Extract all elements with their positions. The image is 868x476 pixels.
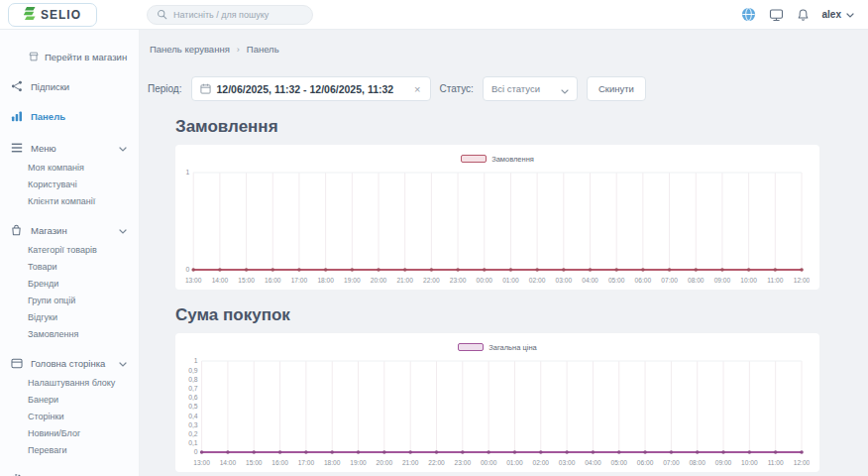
sidebar-subitem[interactable]: Категорії товарів bbox=[0, 241, 139, 258]
user-menu[interactable]: alex bbox=[822, 9, 854, 20]
sidebar-subitem[interactable]: Сторінки bbox=[0, 408, 139, 424]
purchase-sum-section-title: Сума покупок bbox=[175, 305, 832, 325]
sidebar-subitem[interactable]: Користувачі bbox=[0, 176, 139, 192]
svg-text:01:00: 01:00 bbox=[506, 459, 523, 466]
sidebar-subitem[interactable]: Замовлення bbox=[0, 325, 139, 342]
status-label: Статус: bbox=[440, 83, 474, 94]
legend-label: Загальна ціна bbox=[488, 343, 536, 352]
svg-text:12:00: 12:00 bbox=[794, 459, 810, 466]
svg-text:14:00: 14:00 bbox=[220, 459, 237, 466]
sidebar-subitem[interactable]: Бренди bbox=[0, 275, 139, 292]
svg-text:08:00: 08:00 bbox=[688, 277, 705, 284]
svg-text:06:00: 06:00 bbox=[637, 459, 654, 466]
header-actions: alex bbox=[741, 7, 868, 22]
svg-text:0,9: 0,9 bbox=[188, 367, 198, 374]
svg-text:05:00: 05:00 bbox=[608, 277, 625, 284]
svg-text:17:00: 17:00 bbox=[291, 277, 308, 284]
sidebar-subitem[interactable]: Відгуки bbox=[0, 308, 139, 325]
status-selected-value: Всі статуси bbox=[491, 83, 561, 94]
sidebar-item-store[interactable]: Магазин bbox=[0, 219, 139, 241]
reset-filters-button[interactable]: Скинути bbox=[587, 76, 646, 101]
svg-text:00:00: 00:00 bbox=[476, 277, 492, 284]
svg-text:20:00: 20:00 bbox=[377, 459, 393, 466]
monitor-icon[interactable] bbox=[769, 8, 784, 22]
svg-text:02:00: 02:00 bbox=[529, 277, 546, 284]
svg-text:18:00: 18:00 bbox=[317, 277, 334, 284]
app-window: SELIO alex bbox=[0, 0, 868, 476]
svg-text:22:00: 22:00 bbox=[423, 277, 440, 284]
svg-text:0: 0 bbox=[185, 266, 189, 273]
sidebar-item-label: Панель bbox=[31, 111, 127, 122]
svg-text:12:00: 12:00 bbox=[794, 277, 810, 284]
svg-text:16:00: 16:00 bbox=[271, 459, 288, 466]
svg-text:16:00: 16:00 bbox=[265, 277, 281, 284]
sidebar-subitem[interactable]: Клієнти компанії bbox=[0, 192, 139, 209]
svg-text:0,8: 0,8 bbox=[188, 376, 198, 383]
svg-text:06:00: 06:00 bbox=[635, 277, 652, 284]
dashboard-icon bbox=[10, 110, 23, 122]
sidebar-item-label: Головна сторінка bbox=[31, 358, 111, 369]
sidebar-item-settings[interactable]: Налаштування bbox=[0, 468, 139, 476]
legend-swatch bbox=[461, 155, 487, 163]
sidebar-item-homepage[interactable]: Головна сторінка bbox=[0, 352, 139, 374]
status-select[interactable]: Всі статуси bbox=[483, 76, 578, 101]
svg-text:11:00: 11:00 bbox=[768, 459, 784, 466]
sidebar-subitem[interactable]: Переваги bbox=[0, 441, 139, 458]
purchase-sum-section: Сума покупок Загальна ціна 10,90,80,70,6… bbox=[148, 305, 832, 472]
sidebar-subitem[interactable]: Банери bbox=[0, 391, 139, 408]
svg-text:03:00: 03:00 bbox=[559, 459, 576, 466]
svg-text:1: 1 bbox=[185, 169, 189, 176]
sidebar-subitem[interactable]: Товари bbox=[0, 258, 139, 275]
sidebar-item-dashboard[interactable]: Панель bbox=[0, 105, 139, 127]
calendar-icon bbox=[200, 80, 211, 98]
svg-text:10:00: 10:00 bbox=[740, 277, 757, 284]
filter-bar: Період: 12/06/2025, 11:32 - 12/06/2025, … bbox=[148, 76, 832, 101]
subscriptions-icon bbox=[10, 80, 23, 92]
sidebar-item-label: Підписки bbox=[31, 81, 127, 92]
sidebar-item-subscriptions[interactable]: Підписки bbox=[0, 75, 139, 97]
period-date-range-input[interactable]: 12/06/2025, 11:32 - 12/06/2025, 11:32 × bbox=[191, 76, 431, 101]
user-name: alex bbox=[822, 9, 841, 20]
orders-section: Замовлення Замовлення 1013:0014:0015:001… bbox=[148, 117, 832, 290]
language-globe-icon[interactable] bbox=[741, 7, 756, 22]
breadcrumb: Панель керування › Панель bbox=[150, 44, 832, 55]
svg-text:20:00: 20:00 bbox=[371, 277, 387, 284]
search-input[interactable] bbox=[173, 10, 303, 20]
selio-logo[interactable]: SELIO bbox=[8, 3, 97, 27]
menu-icon bbox=[10, 143, 23, 153]
sidebar-subitem[interactable]: Новини/Блог bbox=[0, 424, 139, 441]
sidebar-item-go-to-store[interactable]: Перейти в магазин bbox=[0, 46, 139, 67]
svg-text:14:00: 14:00 bbox=[212, 277, 229, 284]
svg-text:15:00: 15:00 bbox=[246, 459, 263, 466]
svg-text:10:00: 10:00 bbox=[741, 459, 758, 466]
sidebar-submenu-store: Категорії товарівТовариБрендиГрупи опцій… bbox=[0, 241, 139, 342]
clear-period-icon[interactable]: × bbox=[413, 83, 421, 95]
svg-text:0,4: 0,4 bbox=[188, 413, 198, 419]
svg-text:22:00: 22:00 bbox=[428, 459, 445, 466]
sidebar-item-menu[interactable]: Меню bbox=[0, 137, 139, 159]
svg-text:0: 0 bbox=[194, 448, 198, 455]
svg-text:0,6: 0,6 bbox=[188, 394, 198, 401]
svg-text:19:00: 19:00 bbox=[350, 459, 367, 466]
purchase-sum-chart-legend[interactable]: Загальна ціна bbox=[183, 339, 812, 355]
breadcrumb-dashboard-root[interactable]: Панель керування bbox=[150, 44, 230, 55]
svg-text:0,3: 0,3 bbox=[188, 421, 198, 428]
svg-text:04:00: 04:00 bbox=[582, 277, 598, 284]
svg-text:08:00: 08:00 bbox=[689, 459, 705, 466]
legend-label: Замовлення bbox=[491, 155, 534, 164]
svg-text:1: 1 bbox=[194, 357, 198, 364]
orders-chart-legend[interactable]: Замовлення bbox=[183, 151, 812, 167]
global-search[interactable] bbox=[147, 5, 313, 25]
svg-text:11:00: 11:00 bbox=[767, 277, 783, 284]
svg-text:00:00: 00:00 bbox=[481, 459, 497, 466]
sidebar-item-label: Перейти в магазин bbox=[45, 52, 127, 62]
bell-icon[interactable] bbox=[797, 8, 810, 22]
svg-text:01:00: 01:00 bbox=[502, 277, 519, 284]
sidebar-subitem[interactable]: Групи опцій bbox=[0, 292, 139, 308]
bag-icon bbox=[10, 224, 23, 236]
sidebar-subitem[interactable]: Моя компанія bbox=[0, 159, 139, 176]
svg-text:03:00: 03:00 bbox=[556, 277, 573, 284]
logo-text: SELIO bbox=[41, 8, 81, 22]
sidebar-subitem[interactable]: Налаштування блоку bbox=[0, 374, 139, 391]
svg-text:05:00: 05:00 bbox=[610, 459, 627, 466]
